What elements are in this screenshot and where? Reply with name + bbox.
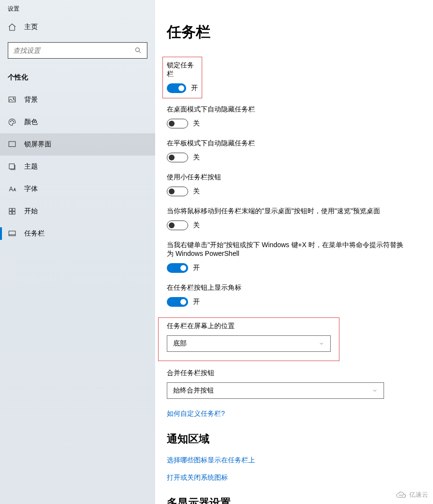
palette-icon xyxy=(8,118,16,126)
link-select-icons[interactable]: 选择哪些图标显示在任务栏上 xyxy=(167,456,421,465)
watermark: 亿速云 xyxy=(396,490,428,499)
svg-point-4 xyxy=(12,120,13,121)
svg-rect-7 xyxy=(9,164,15,169)
sidebar-item-themes[interactable]: 主题 xyxy=(0,156,155,178)
svg-point-14 xyxy=(401,495,403,496)
setting-label-autohide-desktop: 在桌面模式下自动隐藏任务栏 xyxy=(167,105,390,114)
toggle-state: 开 xyxy=(193,264,200,272)
sidebar-item-taskbar[interactable]: 任务栏 xyxy=(0,222,155,245)
search-input[interactable] xyxy=(13,47,134,54)
toggle-lock-taskbar[interactable] xyxy=(167,83,186,93)
svg-rect-11 xyxy=(13,212,15,214)
cloud-icon xyxy=(396,491,406,499)
dropdown-combine-buttons[interactable]: 始终合并按钮 xyxy=(167,382,384,399)
watermark-text: 亿速云 xyxy=(409,490,428,499)
theme-icon xyxy=(8,162,16,171)
toggle-state: 开 xyxy=(191,84,198,93)
link-system-icons[interactable]: 打开或关闭系统图标 xyxy=(167,473,421,482)
search-box[interactable] xyxy=(8,42,147,59)
search-icon xyxy=(134,47,142,54)
main-panel: 任务栏 锁定任务栏 开 在桌面模式下自动隐藏任务栏 关 在平板模式下自动隐藏任务… xyxy=(155,0,433,504)
sidebar-item-label: 字体 xyxy=(24,185,38,193)
page-title: 任务栏 xyxy=(167,22,421,42)
svg-rect-10 xyxy=(9,212,12,214)
toggle-state: 开 xyxy=(193,298,200,306)
sidebar-item-lockscreen[interactable]: 锁屏界面 xyxy=(0,133,155,156)
font-icon xyxy=(8,185,16,193)
toggle-peek[interactable] xyxy=(167,220,188,230)
toggle-small-buttons[interactable] xyxy=(167,187,188,196)
home-nav[interactable]: 主页 xyxy=(0,16,155,38)
lockscreen-icon xyxy=(8,140,16,149)
sidebar-item-label: 任务栏 xyxy=(24,229,45,238)
sidebar-category: 个性化 xyxy=(0,59,155,89)
toggle-autohide-desktop[interactable] xyxy=(167,119,188,128)
taskbar-icon xyxy=(8,229,16,238)
highlight-taskbar-position: 任务栏在屏幕上的位置 底部 xyxy=(158,317,339,361)
setting-label-peek: 当你将鼠标移动到任务栏末端的"显示桌面"按钮时，使用"速览"预览桌面 xyxy=(167,207,409,216)
svg-point-5 xyxy=(13,121,14,122)
svg-point-0 xyxy=(136,48,140,52)
section-notification-area: 通知区域 xyxy=(167,432,421,446)
sidebar-item-label: 锁屏界面 xyxy=(24,140,51,149)
dropdown-value: 始终合并按钮 xyxy=(173,386,214,395)
link-customize-taskbar[interactable]: 如何自定义任务栏? xyxy=(167,410,421,418)
highlight-lock-taskbar: 锁定任务栏 开 xyxy=(162,57,202,98)
toggle-badges[interactable] xyxy=(167,297,188,307)
sidebar-item-background[interactable]: 背景 xyxy=(0,89,155,111)
toggle-state: 关 xyxy=(193,221,200,230)
svg-rect-1 xyxy=(9,97,16,102)
picture-icon xyxy=(8,95,16,104)
svg-point-13 xyxy=(400,495,401,496)
setting-label-autohide-tablet: 在平板模式下自动隐藏任务栏 xyxy=(167,139,390,148)
sidebar-item-label: 主题 xyxy=(24,162,38,171)
setting-label-combine: 合并任务栏按钮 xyxy=(167,369,390,378)
sidebar-item-start[interactable]: 开始 xyxy=(0,200,155,222)
chevron-down-icon xyxy=(372,388,378,394)
toggle-autohide-tablet[interactable] xyxy=(167,153,188,162)
chevron-down-icon xyxy=(319,341,324,346)
setting-label-powershell: 当我右键单击"开始"按钮或按下 Windows 键+X 时，在菜单中将命令提示符… xyxy=(167,241,409,258)
dropdown-value: 底部 xyxy=(173,339,187,348)
svg-point-3 xyxy=(10,121,11,122)
setting-label-small-buttons: 使用小任务栏按钮 xyxy=(167,173,390,182)
setting-label-position: 任务栏在屏幕上的位置 xyxy=(167,322,331,331)
dropdown-taskbar-position[interactable]: 底部 xyxy=(167,335,331,352)
settings-window-title: 设置 xyxy=(0,0,155,16)
toggle-state: 关 xyxy=(193,153,200,162)
sidebar-item-label: 背景 xyxy=(24,95,38,104)
svg-point-2 xyxy=(13,98,14,99)
sidebar-item-label: 颜色 xyxy=(24,118,38,126)
home-label: 主页 xyxy=(24,23,38,32)
toggle-state: 关 xyxy=(193,187,200,196)
svg-rect-6 xyxy=(9,142,16,147)
svg-rect-8 xyxy=(9,208,12,211)
setting-label-lock: 锁定任务栏 xyxy=(167,61,198,79)
toggle-state: 关 xyxy=(193,119,200,128)
section-multi-display: 多显示器设置 xyxy=(167,496,421,504)
sidebar-item-colors[interactable]: 颜色 xyxy=(0,111,155,133)
home-icon xyxy=(8,23,16,32)
svg-rect-9 xyxy=(13,208,15,211)
sidebar: 设置 主页 个性化 背景 颜色 锁屏界面 主题 字体 xyxy=(0,0,155,504)
start-icon xyxy=(8,207,16,216)
svg-rect-12 xyxy=(9,231,16,236)
sidebar-item-fonts[interactable]: 字体 xyxy=(0,178,155,200)
setting-label-badges: 在任务栏按钮上显示角标 xyxy=(167,284,390,292)
sidebar-item-label: 开始 xyxy=(24,207,38,216)
toggle-powershell[interactable] xyxy=(167,263,188,273)
